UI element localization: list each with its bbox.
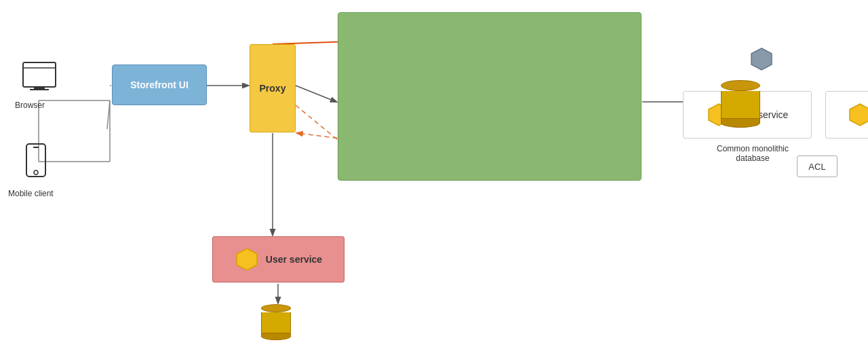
- proxy-label: Proxy: [260, 83, 286, 94]
- storefront-label: Storefront UI: [130, 79, 189, 90]
- db-cylinder-main: [721, 80, 760, 128]
- acl-label: ACL: [808, 162, 825, 172]
- svg-line-6: [296, 86, 336, 102]
- db-small-top: [261, 304, 291, 312]
- svg-point-20: [34, 170, 38, 174]
- svg-rect-18: [26, 144, 45, 177]
- svg-marker-24: [237, 249, 257, 270]
- mobile-icon: [22, 143, 50, 183]
- user-service-dashed-box: User service: [715, 33, 868, 84]
- svg-rect-14: [23, 62, 56, 87]
- db-small-body: [261, 312, 291, 334]
- db-cylinder-small: [261, 304, 291, 340]
- acl-box: ACL: [797, 155, 837, 177]
- user-service-top-hex: [749, 47, 774, 71]
- green-container: User service Cart service Account servic…: [338, 12, 642, 181]
- user-service-bottom-hex: [235, 247, 259, 272]
- db-bottom: [721, 118, 760, 128]
- user-service-top-label: User service: [781, 54, 837, 65]
- user-service-bottom-box: User service: [212, 236, 344, 282]
- small-database: [261, 304, 291, 340]
- storefront-ui-box: Storefront UI: [112, 65, 207, 105]
- mobile-label: Mobile client: [8, 189, 54, 198]
- account-service-box: Account service: [825, 91, 868, 139]
- main-database: [721, 80, 760, 128]
- browser-label: Browser: [15, 100, 45, 110]
- svg-rect-17: [30, 89, 49, 90]
- db-main-label: Common monolithic database: [715, 144, 790, 163]
- svg-marker-21: [751, 48, 772, 70]
- browser-icon: [19, 61, 60, 95]
- db-top: [721, 80, 760, 91]
- proxy-box: Proxy: [250, 44, 296, 132]
- account-hex: [848, 103, 868, 127]
- db-small-bottom: [261, 333, 291, 340]
- diagram: Browser Mobile client Storefront UI Prox…: [0, 0, 868, 349]
- db-body: [721, 91, 760, 120]
- user-service-bottom-label: User service: [266, 254, 322, 265]
- svg-marker-23: [850, 104, 868, 126]
